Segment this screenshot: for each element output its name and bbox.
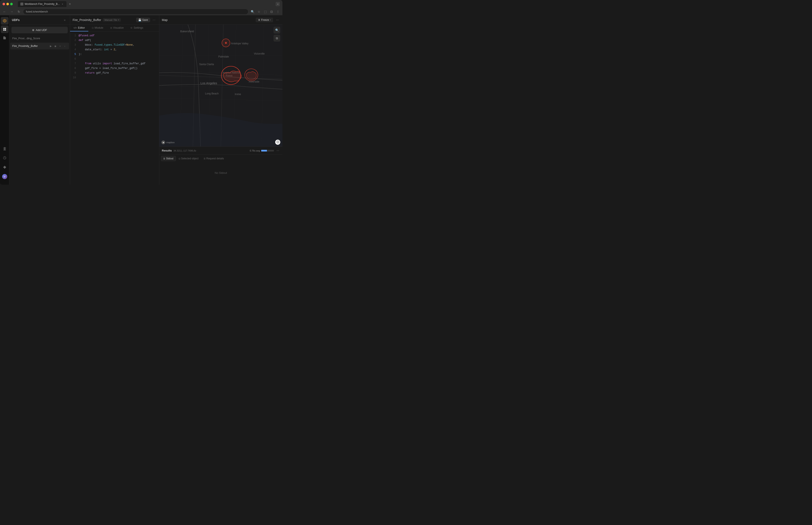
line-number-9: 9 [70, 71, 78, 75]
svg-rect-5 [5, 30, 6, 31]
svg-text:Palmdale: Palmdale [218, 55, 229, 58]
line-content-4: date_start: int = 2, [78, 47, 159, 52]
code-line-9: 9 return gdf_fire [70, 71, 159, 75]
sidebar-item-udf-2[interactable]: Fire_Proximity_Buffer ▶ ◉ × › [10, 43, 69, 49]
activity-item-layers[interactable] [1, 145, 9, 152]
svg-text:Irvine: Irvine [235, 93, 241, 96]
line-content-2: def udf( [78, 38, 159, 43]
udf-run-button-2[interactable]: ▶ [49, 44, 53, 48]
line-content-9: return gdf_fire [78, 71, 159, 75]
map-search-button[interactable]: 🔍 [274, 27, 280, 33]
line-number-2: 2 [70, 38, 78, 43]
mapbox-label: mapbox [166, 141, 175, 144]
browser-dropdown[interactable]: ▾ [276, 2, 280, 6]
udf-expand-button-1[interactable]: › [63, 36, 67, 41]
address-bar[interactable]: fused.io/workbench [23, 9, 248, 14]
activity-item-history[interactable] [1, 154, 9, 162]
tab-label: Workbench Fire_Proximity_B... [25, 2, 60, 5]
no-stdout-label: No Stdout [215, 171, 227, 175]
activity-item-files[interactable] [1, 34, 9, 42]
map-layer-button[interactable]: ⧉ [274, 35, 280, 42]
udf-eye-button-2[interactable]: ◉ [53, 44, 58, 48]
bookmark-button[interactable]: ☆ [256, 9, 262, 14]
results-more-button[interactable]: ⋯ [276, 149, 280, 153]
map-background: Bakersfield Antelope Valley Palmdale Vic… [159, 25, 282, 147]
browser-chrome: Workbench Fire_Proximity_B... × + ▾ ← → … [0, 0, 282, 15]
forward-button[interactable]: → [9, 9, 14, 14]
editor-mode-text: Manual: Tile [104, 19, 117, 21]
new-tab-button[interactable]: + [67, 1, 72, 6]
udf-close-button-2[interactable]: × [58, 44, 62, 48]
url-text: fused.io/workbench [26, 10, 48, 13]
sidebar-item-udf-1[interactable]: Fire_Proxi...ding_Score ▶ ⊘ × › [10, 35, 69, 42]
request-details-tab-icon: ☰ [204, 158, 206, 160]
back-button[interactable]: ← [2, 9, 7, 14]
freeze-button[interactable]: ⏸ Freeze ▾ [256, 18, 273, 22]
perf-bar [261, 150, 274, 151]
svg-rect-2 [3, 28, 4, 29]
request-details-tab-label: Request details [206, 157, 224, 160]
activity-item-settings[interactable] [1, 163, 9, 171]
activity-bottom: U [1, 145, 9, 181]
sidebar-header: UDFs « [9, 15, 70, 25]
results-tabs: ☰ Stdout ⊡ Selected object ☰ Request det… [159, 155, 282, 161]
sidebar-collapse-button[interactable]: « [62, 17, 67, 22]
results-title: Results [162, 149, 172, 152]
code-line-8: 8 gdf_fire = load_fire_buffer_gdf() [70, 66, 159, 71]
stdout-tab-icon: ☰ [163, 158, 165, 160]
minimize-traffic-light[interactable] [6, 3, 9, 5]
udf-eye-button-1[interactable]: ⊘ [53, 36, 58, 41]
udf-close-button-1[interactable]: × [58, 36, 62, 41]
tab-module[interactable]: ⊡ Module [88, 25, 107, 31]
add-udf-button[interactable]: ⊕ Add UDF [12, 27, 68, 33]
menu-button[interactable]: ⋮ [275, 9, 281, 14]
save-label: Save [142, 18, 148, 21]
tab-close-button[interactable]: × [61, 2, 64, 5]
mapbox-attribution: ◉ mapbox [161, 140, 175, 144]
results-tab-stdout[interactable]: ☰ Stdout [161, 156, 176, 161]
traffic-lights [2, 3, 13, 5]
extension-button[interactable]: ⊡ [269, 9, 274, 14]
code-line-3: 3 bbox: fused.types.TileGDF=None, [70, 43, 159, 47]
maximize-traffic-light[interactable] [10, 3, 13, 5]
content-area: Fire_Proximity_Buffer Manual: Tile ▾ 💾 S… [70, 15, 282, 185]
svg-text:Long Beach: Long Beach [205, 92, 219, 95]
editor-mode-badge[interactable]: Manual: Tile ▾ [103, 18, 121, 21]
code-editor[interactable]: 1 @fused.udf 2 def udf( 3 bbox: fused.ty… [70, 32, 159, 185]
svg-rect-3 [5, 28, 6, 29]
results-coords: 34.3211,-117.7696,8z [174, 149, 196, 152]
map-viewport[interactable]: Bakersfield Antelope Valley Palmdale Vic… [159, 25, 282, 147]
results-panel: Results 34.3211,-117.7696,8z 0.76s avg ⋯… [159, 147, 282, 185]
svg-marker-1 [4, 20, 5, 22]
selected-object-tab-icon: ⊡ [179, 158, 180, 160]
tab-editor[interactable]: </> Editor [70, 25, 88, 31]
zoom-button[interactable]: 🔍 [250, 9, 255, 14]
udf-expand-button-2[interactable]: › [63, 44, 67, 48]
activity-item-avatar[interactable]: U [1, 173, 9, 180]
refresh-button[interactable]: ↻ [16, 9, 22, 14]
activity-logo [1, 17, 9, 25]
screenshot-button[interactable]: ⬚ [263, 9, 268, 14]
module-tab-label: Module [95, 26, 103, 29]
udf-run-button-1[interactable]: ▶ [49, 36, 53, 41]
tab-visualize[interactable]: ⊞ Visualize [107, 25, 127, 31]
activity-item-udfs[interactable] [1, 26, 9, 33]
svg-text:Los Angeles: Los Angeles [201, 81, 217, 85]
code-line-6: 6 [70, 57, 159, 61]
results-tab-selected-object[interactable]: ⊡ Selected object [176, 156, 201, 161]
browser-tab-active[interactable]: Workbench Fire_Proximity_B... × [18, 1, 67, 7]
map-panel: Map ⏸ Freeze ▾ ⋯ [159, 15, 282, 185]
map-info-button[interactable]: ⓘ [275, 140, 280, 145]
editor-mode-arrow: ▾ [118, 19, 119, 21]
line-content-5: ): [78, 52, 159, 57]
results-header: Results 34.3211,-117.7696,8z 0.76s avg ⋯ [159, 147, 282, 155]
map-more-button[interactable]: ⋯ [275, 17, 280, 22]
sidebar-title: UDFs [12, 18, 62, 21]
save-button[interactable]: 💾 Save [136, 18, 150, 22]
results-tab-request-details[interactable]: ☰ Request details [201, 156, 226, 161]
tab-settings[interactable]: ⚙ Settings [127, 25, 147, 31]
close-traffic-light[interactable] [2, 3, 5, 5]
code-line-5: 5 ): [70, 52, 159, 57]
udf-name-2: Fire_Proximity_Buffer [12, 45, 47, 47]
editor-more-button[interactable]: ⋯ [151, 17, 157, 22]
